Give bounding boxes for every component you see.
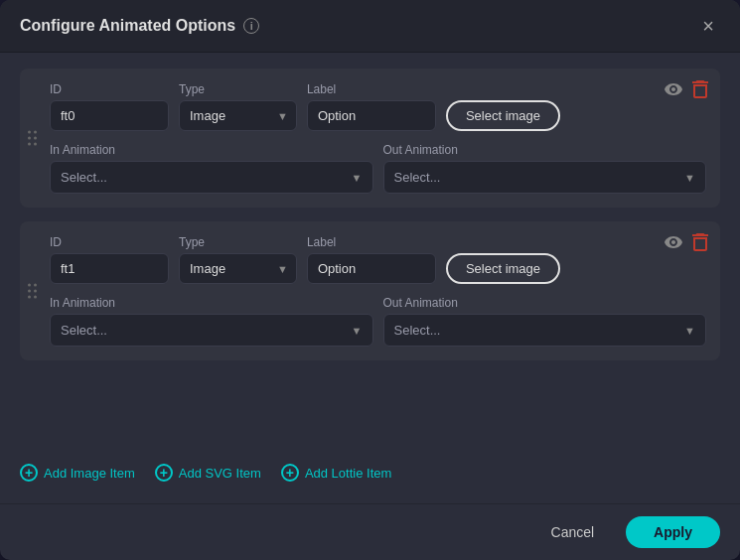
label-label-1: Label [307, 235, 436, 249]
item-actions-0 [663, 78, 710, 100]
out-animation-label-1: Out Animation [383, 296, 707, 310]
item-actions-1 [663, 231, 710, 253]
out-animation-select-0[interactable]: Select... [384, 162, 675, 193]
dialog-footer: Cancel Apply [0, 503, 740, 560]
drag-handle-0[interactable] [28, 131, 37, 146]
delete-button-0[interactable] [690, 78, 710, 100]
label-input-0[interactable] [307, 100, 436, 131]
out-animation-select-wrap-1: Select... ▼ [383, 314, 707, 347]
in-animation-select-1[interactable]: Select... [51, 315, 342, 346]
dialog-title-text: Configure Animated Options [20, 17, 235, 35]
type-select-wrap-1: Image SVG Lottie ▼ [179, 253, 297, 284]
item-card-0: ID Type Image SVG Lottie ▼ Labe [20, 69, 720, 208]
type-select-arrow-0: ▼ [269, 110, 296, 122]
item-top-row-0: ID Type Image SVG Lottie ▼ Labe [34, 82, 706, 131]
label-field-group-1: Label [307, 235, 436, 284]
configure-animated-options-dialog: Configure Animated Options i × [0, 0, 740, 560]
in-animation-group-0: In Animation Select... ▼ [50, 143, 373, 194]
dialog-body: ID Type Image SVG Lottie ▼ Labe [0, 53, 740, 448]
in-animation-arrow-1: ▼ [342, 325, 372, 337]
footer-actions: + Add Image Item + Add SVG Item + Add Lo… [0, 448, 740, 503]
item-top-row-1: ID Type Image SVG Lottie ▼ Labe [34, 235, 706, 284]
add-svg-icon: + [155, 464, 173, 482]
label-input-1[interactable] [307, 253, 436, 284]
type-label-0: Type [179, 82, 297, 96]
label-field-group-0: Label [307, 82, 436, 131]
dialog-title: Configure Animated Options i [20, 17, 259, 35]
in-animation-label-1: In Animation [50, 296, 373, 310]
out-animation-arrow-0: ▼ [674, 172, 705, 184]
add-lottie-item-button[interactable]: + Add Lottie Item [281, 458, 391, 488]
type-select-arrow-1: ▼ [269, 263, 296, 275]
in-animation-select-wrap-0: Select... ▼ [50, 161, 373, 194]
out-animation-label-0: Out Animation [383, 143, 707, 157]
id-field-group-0: ID [50, 82, 169, 131]
add-lottie-icon: + [281, 464, 299, 482]
close-button[interactable]: × [696, 14, 720, 38]
add-image-item-button[interactable]: + Add Image Item [20, 458, 135, 488]
type-label-1: Type [179, 235, 297, 249]
item-bottom-row-1: In Animation Select... ▼ Out Animation S… [34, 296, 706, 347]
out-animation-select-1[interactable]: Select... [384, 315, 675, 346]
dialog-header: Configure Animated Options i × [0, 0, 740, 53]
drag-handle-1[interactable] [28, 284, 37, 299]
select-image-button-0[interactable]: Select image [446, 100, 560, 131]
toggle-visibility-button-0[interactable] [663, 81, 684, 97]
add-image-icon: + [20, 464, 38, 482]
add-image-label: Add Image Item [44, 466, 135, 481]
id-input-1[interactable] [50, 253, 169, 284]
item-card-1: ID Type Image SVG Lottie ▼ Labe [20, 221, 720, 360]
item-bottom-row-0: In Animation Select... ▼ Out Animation S… [34, 143, 706, 194]
type-field-group-1: Type Image SVG Lottie ▼ [179, 235, 297, 284]
in-animation-label-0: In Animation [50, 143, 373, 157]
select-image-button-1[interactable]: Select image [446, 253, 560, 284]
toggle-visibility-button-1[interactable] [663, 234, 684, 250]
out-animation-group-0: Out Animation Select... ▼ [383, 143, 707, 194]
id-input-0[interactable] [50, 100, 169, 131]
id-field-group-1: ID [50, 235, 169, 284]
id-label-0: ID [50, 82, 169, 96]
out-animation-select-wrap-0: Select... ▼ [383, 161, 707, 194]
apply-button[interactable]: Apply [626, 516, 720, 548]
in-animation-select-0[interactable]: Select... [51, 162, 342, 193]
type-select-wrap-0: Image SVG Lottie ▼ [179, 100, 297, 131]
add-svg-item-button[interactable]: + Add SVG Item [155, 458, 261, 488]
label-label-0: Label [307, 82, 436, 96]
type-select-1[interactable]: Image SVG Lottie [180, 254, 269, 283]
type-field-group-0: Type Image SVG Lottie ▼ [179, 82, 297, 131]
id-label-1: ID [50, 235, 169, 249]
delete-button-1[interactable] [690, 231, 710, 253]
add-lottie-label: Add Lottie Item [305, 466, 391, 481]
info-icon[interactable]: i [243, 18, 259, 34]
out-animation-group-1: Out Animation Select... ▼ [383, 296, 707, 347]
add-svg-label: Add SVG Item [179, 466, 261, 481]
type-select-0[interactable]: Image SVG Lottie [180, 101, 269, 130]
out-animation-arrow-1: ▼ [674, 325, 705, 337]
in-animation-group-1: In Animation Select... ▼ [50, 296, 373, 347]
cancel-button[interactable]: Cancel [531, 516, 615, 548]
in-animation-arrow-0: ▼ [342, 172, 372, 184]
in-animation-select-wrap-1: Select... ▼ [50, 314, 373, 347]
